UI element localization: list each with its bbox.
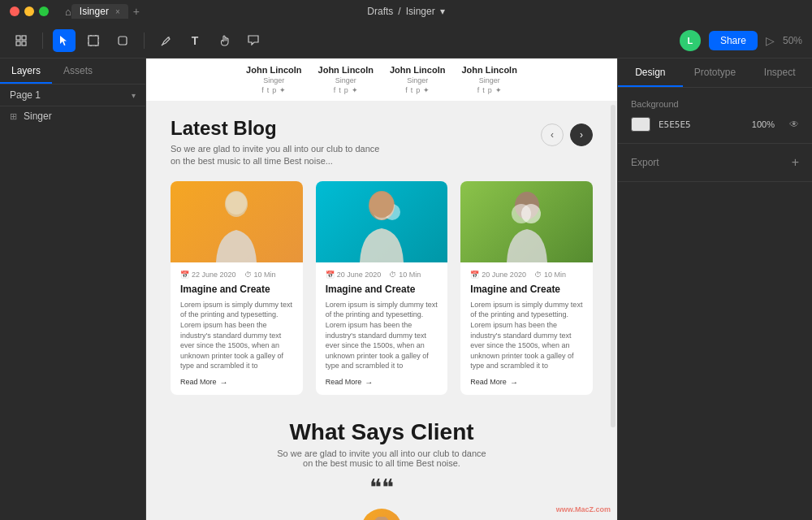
read-more-arrow-2: → — [365, 378, 373, 387]
profile-name-1: John Lincoln — [246, 65, 301, 75]
background-section: Background E5E5E5 100% 👁 — [618, 88, 812, 144]
client-avatar-row — [171, 509, 593, 520]
profile-role-2: Singer — [335, 76, 356, 84]
card-3-meta: 📅 20 June 2020 ⏱ 10 Min — [470, 271, 583, 279]
tab-prototype[interactable]: Prototype — [683, 58, 748, 87]
background-opacity[interactable]: 100% — [752, 119, 775, 129]
social-icons-2: f t p ✦ — [334, 86, 358, 94]
blog-card-1-image — [171, 181, 303, 262]
right-panel-tabs: Design Prototype Inspect — [618, 58, 812, 88]
active-tab[interactable]: Isinger × — [71, 4, 128, 19]
layer-label: Singer — [24, 110, 52, 122]
blog-card-2[interactable]: 📅 20 June 2020 ⏱ 10 Min Imagine and Crea… — [316, 181, 448, 395]
blog-card-3-body: 📅 20 June 2020 ⏱ 10 Min Imagine and Crea… — [460, 262, 593, 395]
read-more-arrow-3: → — [510, 378, 518, 387]
tab-inspect[interactable]: Inspect — [747, 58, 812, 87]
visibility-toggle-icon[interactable]: 👁 — [789, 119, 799, 130]
svg-point-15 — [226, 192, 247, 214]
card-3-time: ⏱ 10 Min — [534, 271, 566, 279]
card-2-read-more[interactable]: Read More → — [326, 378, 438, 387]
text-tool[interactable]: T — [184, 29, 206, 52]
app-path: Drafts / Isinger ▾ — [367, 6, 444, 17]
layer-singer[interactable]: ⊞ Singer — [0, 106, 145, 126]
export-row: Export + — [631, 155, 799, 170]
card-3-heading: Imagine and Create — [470, 284, 583, 295]
page-selector[interactable]: Page 1 ▾ — [0, 84, 145, 106]
profile-card-4: John Lincoln Singer f t p ✦ — [461, 65, 516, 94]
minimize-dot[interactable] — [24, 6, 34, 16]
maximize-dot[interactable] — [39, 6, 49, 16]
left-panel: Layers Assets Page 1 ▾ ⊞ Singer — [0, 58, 146, 520]
blog-card-1-body: 📅 22 June 2020 ⏱ 10 Min Imagine and Crea… — [171, 262, 303, 395]
pen-tool[interactable] — [154, 29, 177, 52]
card-3-date: 📅 20 June 2020 — [470, 271, 526, 279]
tab-close-icon[interactable]: × — [115, 7, 120, 16]
profile-card-2: John Lincoln Singer f t p ✦ — [318, 65, 374, 94]
titlebar: ⌂ Isinger × + Drafts / Isinger ▾ — [0, 0, 812, 23]
blog-card-1[interactable]: 📅 22 June 2020 ⏱ 10 Min Imagine and Crea… — [171, 181, 303, 395]
background-color-swatch[interactable] — [631, 117, 650, 132]
background-color-hex[interactable]: E5E5E5 — [659, 119, 691, 130]
blog-card-2-body: 📅 20 June 2020 ⏱ 10 Min Imagine and Crea… — [316, 262, 448, 395]
separator — [42, 32, 43, 49]
dropdown-arrow[interactable]: ▾ — [440, 6, 445, 17]
svg-rect-2 — [16, 41, 20, 46]
card-1-read-more[interactable]: Read More → — [180, 378, 293, 387]
canvas-area[interactable]: John Lincoln Singer f t p ✦ John Lincoln… — [146, 58, 617, 520]
canvas-content: John Lincoln Singer f t p ✦ John Lincoln… — [146, 58, 617, 520]
share-button[interactable]: Share — [709, 31, 758, 50]
next-arrow[interactable]: › — [570, 124, 593, 146]
svg-point-23 — [374, 517, 390, 520]
right-panel: Design Prototype Inspect Background E5E5… — [617, 58, 812, 520]
tab-assets[interactable]: Assets — [52, 58, 104, 84]
blog-card-3[interactable]: 📅 20 June 2020 ⏱ 10 Min Imagine and Crea… — [460, 181, 593, 395]
hand-tool[interactable] — [213, 29, 235, 52]
card-1-text: Lorem ipsum is simply dummy text of the … — [180, 300, 293, 371]
quote-mark: ❝❝ — [171, 476, 593, 499]
canvas-scrollbar[interactable] — [611, 105, 615, 428]
toolbar-right: L Share ▷ 50% — [680, 30, 802, 51]
drafts-label: Drafts — [367, 6, 393, 17]
client-avatar — [361, 509, 402, 520]
blog-cards: 📅 22 June 2020 ⏱ 10 Min Imagine and Crea… — [171, 181, 593, 395]
card-2-heading: Imagine and Create — [326, 284, 438, 295]
profile-role-3: Singer — [407, 76, 428, 84]
profile-name-2: John Lincoln — [318, 65, 374, 75]
blog-title: Latest Blog — [171, 117, 379, 140]
card-3-read-more[interactable]: Read More → — [470, 378, 583, 387]
tab-design[interactable]: Design — [618, 58, 683, 87]
close-dot[interactable] — [10, 6, 19, 16]
select-group-tool[interactable] — [10, 29, 32, 52]
frame-tool[interactable] — [82, 29, 105, 52]
card-3-text: Lorem ipsum is simply dummy text of the … — [470, 300, 583, 371]
zoom-level[interactable]: 50% — [783, 35, 802, 46]
blog-subtitle: So we are glad to invite you all into ou… — [171, 143, 379, 168]
window-controls[interactable] — [10, 6, 49, 16]
shape-tool[interactable] — [111, 29, 134, 52]
profile-card-3: John Lincoln Singer f t p ✦ — [390, 65, 445, 94]
social-icons-3: f t p ✦ — [405, 86, 430, 94]
export-section: Export + — [618, 144, 812, 182]
card-1-heading: Imagine and Create — [180, 284, 293, 295]
main-layout: Layers Assets Page 1 ▾ ⊞ Singer John Lin… — [0, 58, 812, 520]
page-label: Page 1 — [10, 89, 41, 101]
new-tab-button[interactable]: + — [133, 5, 140, 18]
move-tool[interactable] — [53, 29, 76, 52]
svg-rect-3 — [22, 41, 26, 46]
tab-layers[interactable]: Layers — [0, 58, 52, 84]
svg-point-22 — [512, 204, 531, 223]
toolbar: T L Share ▷ 50% — [0, 23, 812, 58]
page-arrow: ▾ — [132, 91, 136, 100]
user-avatar[interactable]: L — [680, 30, 701, 51]
profile-role-1: Singer — [263, 76, 284, 84]
play-button[interactable]: ▷ — [766, 34, 775, 47]
comment-tool[interactable] — [242, 29, 265, 52]
export-add-button[interactable]: + — [792, 155, 799, 170]
card-1-meta: 📅 22 June 2020 ⏱ 10 Min — [180, 271, 293, 279]
blog-section: Latest Blog So we are glad to invite you… — [146, 101, 617, 403]
left-panel-tabs: Layers Assets — [0, 58, 145, 84]
prev-arrow[interactable]: ‹ — [541, 124, 564, 146]
home-icon[interactable]: ⌂ — [65, 6, 71, 18]
social-icons-4: f t p ✦ — [477, 86, 502, 94]
client-section: What Says Client So we are glad to invit… — [146, 403, 617, 520]
